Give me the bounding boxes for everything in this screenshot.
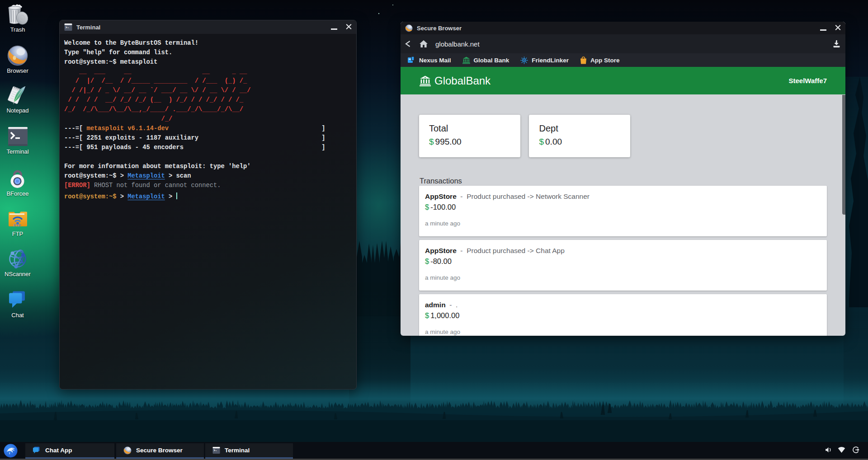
svg-text:FTP: FTP [14,223,21,228]
svg-text:>-: >- [66,26,69,29]
svg-text:>-: >- [213,449,217,452]
